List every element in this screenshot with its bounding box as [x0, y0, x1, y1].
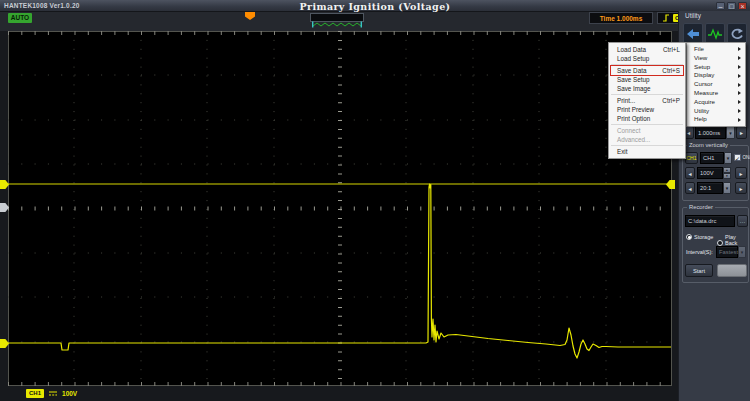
spinner-down-icon[interactable]: ▾ — [723, 173, 731, 179]
channel-onoff-checkbox[interactable]: ✓ — [734, 154, 741, 161]
menu-item-save-setup[interactable]: Save Setup — [609, 75, 685, 84]
menu-item-advanced: Advanced... — [609, 135, 685, 144]
timebase-readout: Time 1.000ms — [589, 12, 653, 24]
volts-per-div-value: 100V — [62, 390, 77, 397]
ch1-trace — [8, 184, 671, 358]
status-toolbar: AUTO Time 1.000ms CH1 0.00uV — [0, 12, 750, 31]
interval-dropdown-arrow-icon: ▾ — [738, 246, 746, 258]
timebase-select[interactable]: 1.000ms — [695, 126, 726, 139]
interval-label: Interval(S): — [686, 249, 713, 255]
menu-item-utility[interactable]: Utility — [687, 107, 745, 116]
interval-select: Fastest — [716, 246, 738, 258]
submenu-arrow-icon — [738, 74, 741, 78]
onoff-label: ON/OFF — [743, 155, 750, 160]
memory-waveform-icon — [311, 21, 363, 28]
menu-separator — [611, 94, 683, 95]
submenu-arrow-icon — [738, 91, 741, 95]
menu-item-display[interactable]: Display — [687, 71, 745, 80]
submenu-arrow-icon — [738, 118, 741, 122]
menu-item-help[interactable]: Help — [687, 115, 745, 124]
rotate-arrow-icon — [730, 28, 744, 40]
channel-badge: CH1 — [26, 389, 44, 398]
grid-edge-ticks — [8, 33, 672, 384]
browse-file-button[interactable]: … — [737, 215, 748, 227]
channel-dropdown-arrow-icon[interactable]: ▾ — [724, 152, 732, 164]
stop-button-disabled — [717, 264, 747, 277]
menu-item-save-data[interactable]: Save DataCtrl+S — [609, 66, 685, 75]
page-title: Primary Ignition (Voltage) — [0, 0, 750, 12]
submenu-arrow-icon — [738, 109, 741, 113]
menu-item-print-preview[interactable]: Print Preview — [609, 105, 685, 114]
channel-select[interactable]: CH1 — [700, 152, 724, 164]
back-arrow-icon — [686, 28, 700, 40]
volts-increase-button[interactable]: ▸ — [735, 167, 747, 179]
probe-decrease-button[interactable]: ◂ — [685, 182, 695, 194]
menu-separator — [611, 64, 683, 65]
timebase-dropdown-arrow-icon[interactable]: ▾ — [726, 126, 735, 139]
submenu-arrow-icon — [738, 65, 741, 69]
maximize-icon[interactable]: □ — [727, 2, 736, 10]
menu-separator — [611, 124, 683, 125]
menu-item-load-setup[interactable]: Load Setup — [609, 54, 685, 63]
menu-item-exit[interactable]: Exit — [609, 147, 685, 156]
pulse-icon — [708, 28, 722, 40]
recorder-group: Recorder C:\data.drc … Storage Play Back… — [682, 207, 749, 283]
submenu-arrow-icon — [738, 100, 741, 104]
close-icon[interactable]: × — [738, 2, 747, 10]
group-title: Zoom vertically — [687, 142, 730, 148]
edge-trigger-icon — [662, 13, 670, 23]
menu-item-view[interactable]: View — [687, 54, 745, 63]
playback-label: Play Back — [725, 234, 748, 246]
panel-title: Utility — [685, 12, 701, 19]
menu-separator — [611, 145, 683, 146]
probe-dropdown-arrow-icon[interactable]: ▾ — [723, 182, 731, 194]
application-window: { "window": { "app_title": "HANTEK1008 V… — [0, 0, 750, 401]
title-bar: HANTEK1008 Ver1.0.20 Primary Ignition (V… — [0, 0, 750, 12]
volts-per-div-field[interactable]: 100V — [697, 167, 723, 179]
menu-item-print[interactable]: Print...Ctrl+P — [609, 96, 685, 105]
menu-item-print-option[interactable]: Print Option — [609, 114, 685, 123]
zoom-vertically-group: Zoom vertically CH1 CH1 ▾ ✓ ON/OFF ◂ 100… — [682, 145, 749, 201]
dc-coupling-icon — [48, 389, 58, 398]
channel-button[interactable]: CH1 — [685, 152, 698, 164]
submenu-arrow-icon — [738, 83, 741, 87]
memory-window-indicator[interactable] — [310, 13, 364, 22]
minimize-icon[interactable]: – — [716, 2, 725, 10]
volts-decrease-button[interactable]: ◂ — [685, 167, 695, 179]
group-title: Recorder — [687, 204, 715, 210]
scope-display — [8, 31, 672, 386]
timebase-increase-button[interactable]: ▸ — [736, 126, 747, 139]
storage-label: Storage — [694, 234, 713, 240]
menu-item-save-image[interactable]: Save Image — [609, 84, 685, 93]
submenu-arrow-icon — [738, 47, 741, 51]
submenu-arrow-icon — [738, 56, 741, 60]
storage-radio[interactable] — [686, 234, 692, 240]
menu-item-setup[interactable]: Setup — [687, 63, 745, 72]
trigger-mode-badge: AUTO — [8, 13, 32, 23]
menu-item-acquire[interactable]: Acquire — [687, 98, 745, 107]
grid-center-axes — [8, 31, 672, 386]
menu-item-load-data[interactable]: Load DataCtrl+L — [609, 45, 685, 54]
menu-item-measure[interactable]: Measure — [687, 89, 745, 98]
grid-dotted-lines — [8, 31, 672, 386]
scope-canvas — [8, 31, 672, 386]
menu-item-cursor[interactable]: Cursor — [687, 80, 745, 89]
file-menu-popup: Load DataCtrl+L Load Setup Save DataCtrl… — [608, 42, 686, 159]
volts-spinner[interactable]: ▴ ▾ — [723, 167, 731, 179]
menu-item-file[interactable]: File — [687, 45, 745, 54]
record-file-path-input[interactable]: C:\data.drc — [685, 215, 735, 227]
channel-info-bar: CH1 100V — [8, 388, 77, 399]
menu-item-connect: Connect — [609, 126, 685, 135]
probe-ratio-select[interactable]: 20:1 — [697, 182, 723, 194]
probe-increase-button[interactable]: ▸ — [735, 182, 747, 194]
start-button[interactable]: Start — [685, 264, 713, 277]
main-menu-popup: File View Setup Display Cursor Measure A… — [686, 42, 746, 127]
